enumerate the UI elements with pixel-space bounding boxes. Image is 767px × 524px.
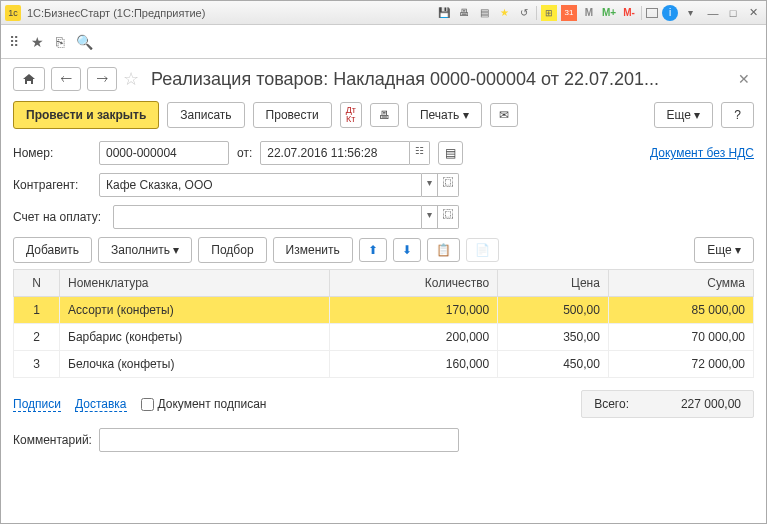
post-button[interactable]: Провести xyxy=(253,102,332,128)
cell-n: 1 xyxy=(14,297,60,324)
cell-sum: 85 000,00 xyxy=(608,297,753,324)
calendar-button[interactable]: ▤ xyxy=(438,141,463,165)
cell-sum: 72 000,00 xyxy=(608,351,753,378)
save-icon[interactable]: 💾 xyxy=(436,5,452,21)
open-ref-icon[interactable]: ⿴ xyxy=(438,205,459,229)
col-quantity[interactable]: Количество xyxy=(330,270,498,297)
signed-checkbox[interactable]: Документ подписан xyxy=(141,397,267,411)
pick-button[interactable]: Подбор xyxy=(198,237,266,263)
clipboard-icon[interactable]: ⎘ xyxy=(56,34,64,50)
history-icon[interactable]: ↺ xyxy=(516,5,532,21)
table-row[interactable]: 3Белочка (конфеты)160,000450,0072 000,00 xyxy=(14,351,754,378)
print-label: Печать xyxy=(420,108,459,122)
date-picker-icon[interactable]: ☷ xyxy=(410,141,430,165)
delivery-link[interactable]: Доставка xyxy=(75,397,127,412)
forward-button[interactable]: 🡒 xyxy=(87,67,117,91)
m-icon[interactable]: M xyxy=(581,5,597,21)
email-button[interactable]: ✉ xyxy=(490,103,518,127)
cell-quantity: 170,000 xyxy=(330,297,498,324)
more-label: Еще xyxy=(667,108,691,122)
invoice-row: Счет на оплату: ▾ ⿴ xyxy=(13,205,754,229)
col-price[interactable]: Цена xyxy=(498,270,609,297)
search-icon[interactable]: 🔍 xyxy=(76,34,93,50)
calculator-icon[interactable]: ⊞ xyxy=(541,5,557,21)
table-row[interactable]: 2Барбарис (конфеты)200,000350,0070 000,0… xyxy=(14,324,754,351)
help-button[interactable]: ? xyxy=(721,102,754,128)
save-button[interactable]: Записать xyxy=(167,102,244,128)
number-date-row: Номер: от: ☷ ▤ Документ без НДС xyxy=(13,141,754,165)
cell-nomenclature: Белочка (конфеты) xyxy=(60,351,330,378)
more-label: Еще xyxy=(707,243,731,257)
dropdown-icon[interactable]: ▾ xyxy=(682,5,698,21)
col-n[interactable]: N xyxy=(14,270,60,297)
col-nomenclature[interactable]: Номенклатура xyxy=(60,270,330,297)
maximize-icon[interactable]: □ xyxy=(724,5,742,21)
doc-header-row: 🡐 🡒 ☆ Реализация товаров: Накладная 0000… xyxy=(13,67,754,91)
table-toolbar: Добавить Заполнить ▾ Подбор Изменить ⬆ ⬇… xyxy=(13,237,754,263)
signed-checkbox-input[interactable] xyxy=(141,398,154,411)
favorite-icon[interactable]: ★ xyxy=(496,5,512,21)
doc-icon[interactable]: ▤ xyxy=(476,5,492,21)
invoice-input[interactable] xyxy=(113,205,422,229)
separator xyxy=(641,6,642,20)
m-plus-icon[interactable]: M+ xyxy=(601,5,617,21)
date-input[interactable] xyxy=(260,141,410,165)
debit-credit-button[interactable]: ДтКт xyxy=(340,102,362,128)
contragent-group: ▾ ⿴ xyxy=(99,173,459,197)
invoice-group: ▾ ⿴ xyxy=(113,205,459,229)
print-button[interactable]: Печать ▾ xyxy=(407,102,482,128)
m-minus-icon[interactable]: M- xyxy=(621,5,637,21)
change-button[interactable]: Изменить xyxy=(273,237,353,263)
close-icon[interactable]: ✕ xyxy=(744,5,762,21)
apps-icon[interactable]: ⠿ xyxy=(9,34,19,50)
number-input[interactable] xyxy=(99,141,229,165)
signatures-link[interactable]: Подписи xyxy=(13,397,61,412)
content-area: 🡐 🡒 ☆ Реализация товаров: Накладная 0000… xyxy=(1,59,766,468)
window-titlebar: 1c 1С:БизнесСтарт (1С:Предприятие) 💾 🖶 ▤… xyxy=(1,1,766,25)
window-title: 1С:БизнесСтарт (1С:Предприятие) xyxy=(27,7,436,19)
minimize-icon[interactable]: — xyxy=(704,5,722,21)
add-button[interactable]: Добавить xyxy=(13,237,92,263)
print-icon[interactable]: 🖶 xyxy=(456,5,472,21)
separator xyxy=(536,6,537,20)
cell-price: 500,00 xyxy=(498,297,609,324)
comment-row: Комментарий: xyxy=(13,428,754,452)
fill-button[interactable]: Заполнить ▾ xyxy=(98,237,192,263)
dropdown-icon[interactable]: ▾ xyxy=(422,173,438,197)
cell-price: 450,00 xyxy=(498,351,609,378)
move-up-button[interactable]: ⬆ xyxy=(359,238,387,262)
cell-nomenclature: Ассорти (конфеты) xyxy=(60,297,330,324)
open-ref-icon[interactable]: ⿴ xyxy=(438,173,459,197)
printer-icon-button[interactable]: 🖶 xyxy=(370,103,399,127)
calendar-icon[interactable]: 31 xyxy=(561,5,577,21)
paste-button[interactable]: 📄 xyxy=(466,238,499,262)
total-box: Всего: 227 000,00 xyxy=(581,390,754,418)
contragent-row: Контрагент: ▾ ⿴ xyxy=(13,173,754,197)
total-value: 227 000,00 xyxy=(641,397,741,411)
windows-icon[interactable] xyxy=(646,8,658,18)
items-table: N Номенклатура Количество Цена Сумма 1Ас… xyxy=(13,269,754,378)
main-toolbar: ⠿ ★ ⎘ 🔍 xyxy=(1,25,766,59)
post-and-close-button[interactable]: Провести и закрыть xyxy=(13,101,159,129)
copy-button[interactable]: 📋 xyxy=(427,238,460,262)
date-input-group: ☷ xyxy=(260,141,430,165)
cell-n: 2 xyxy=(14,324,60,351)
favorite-star-icon[interactable]: ☆ xyxy=(123,68,139,90)
more-button[interactable]: Еще ▾ xyxy=(654,102,714,128)
dropdown-icon[interactable]: ▾ xyxy=(422,205,438,229)
info-icon[interactable]: i xyxy=(662,5,678,21)
signed-label: Документ подписан xyxy=(158,397,267,411)
no-vat-link[interactable]: Документ без НДС xyxy=(650,146,754,160)
close-doc-icon[interactable]: ✕ xyxy=(734,71,754,87)
star-icon[interactable]: ★ xyxy=(31,34,44,50)
col-sum[interactable]: Сумма xyxy=(608,270,753,297)
command-bar: Провести и закрыть Записать Провести ДтК… xyxy=(13,101,754,129)
move-down-button[interactable]: ⬇ xyxy=(393,238,421,262)
home-button[interactable] xyxy=(13,67,45,91)
comment-input[interactable] xyxy=(99,428,459,452)
comment-label: Комментарий: xyxy=(13,433,91,447)
table-row[interactable]: 1Ассорти (конфеты)170,000500,0085 000,00 xyxy=(14,297,754,324)
table-more-button[interactable]: Еще ▾ xyxy=(694,237,754,263)
contragent-input[interactable] xyxy=(99,173,422,197)
back-button[interactable]: 🡐 xyxy=(51,67,81,91)
